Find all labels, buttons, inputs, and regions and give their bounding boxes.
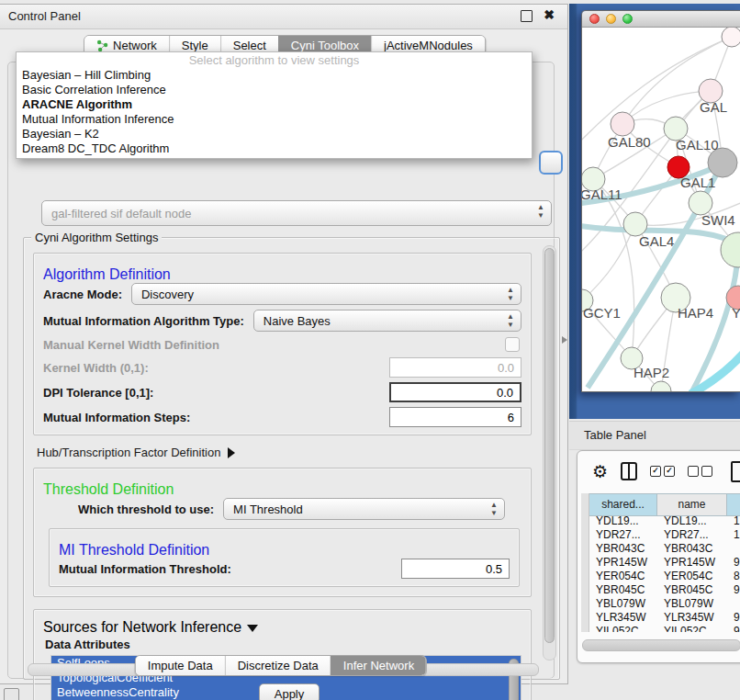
network-selector-combo[interactable]: gal-filtered sif default node ▲▼: [41, 200, 552, 226]
manual-kernel-row: Manual Kernel Width Definition: [43, 336, 521, 353]
node-label: GAL4: [639, 233, 674, 249]
settings-gear-icon[interactable]: ⚙: [592, 463, 608, 480]
zoom-traffic-light-icon[interactable]: [622, 14, 633, 24]
mi-threshold-field[interactable]: [401, 559, 510, 579]
which-threshold-row: Which threshold to use: MI Threshold ▲▼: [43, 498, 521, 520]
dpi-tolerance-row: DPI Tolerance [0,1]:: [43, 382, 521, 402]
deselect-all-icon[interactable]: [688, 466, 712, 477]
tab-infer-network-label: Infer Network: [343, 659, 414, 672]
node-label: GAL10: [676, 137, 719, 152]
network-window-titlebar[interactable]: [582, 11, 740, 28]
dpi-tolerance-label: DPI Tolerance [0,1]:: [43, 386, 153, 400]
combo-arrows-icon: ▲▼: [490, 501, 498, 517]
node-label: SWI4: [701, 212, 735, 228]
dropdown-item[interactable]: Bayesian – Hill Climbing: [17, 68, 532, 83]
dropdown-item[interactable]: Bayesian – K2: [17, 127, 532, 141]
kernel-width-field[interactable]: [389, 357, 521, 378]
column-header-partial[interactable]: A: [727, 493, 740, 516]
table-row[interactable]: YBR045CYBR045C9.: [581, 583, 740, 597]
network-canvas[interactable]: GAL GAL80 GAL10 GAL1 GAL11 SWI4 GAL4 GCY…: [582, 28, 740, 391]
combo-arrows-icon: ▲▼: [507, 312, 514, 329]
minimized-panel-icon[interactable]: [4, 688, 19, 700]
dropdown-item[interactable]: Basic Correlation Inference: [17, 83, 532, 97]
dpi-tolerance-field[interactable]: [389, 382, 521, 402]
tab-impute-data[interactable]: Impute Data: [136, 656, 225, 675]
node-label: HAP2: [633, 365, 669, 380]
dropdown-hint: Select algorithm to view settings: [17, 52, 532, 68]
row-gutter: [581, 493, 589, 516]
data-attributes-label: Data Attributes: [45, 638, 521, 651]
sources-group-title[interactable]: Sources for Network Inference: [43, 619, 258, 635]
table-row[interactable]: YER054CYER054C8.: [581, 570, 740, 583]
table-toolbar: ⚙ ✓✓: [577, 451, 740, 491]
apply-button[interactable]: Apply: [259, 683, 320, 700]
select-all-icon[interactable]: ✓✓: [650, 466, 675, 477]
manual-kernel-checkbox[interactable]: [505, 337, 520, 352]
column-header-shared[interactable]: shared...: [589, 493, 657, 516]
dropdown-item-selected[interactable]: ARACNE Algorithm: [17, 97, 532, 112]
node-label: GAL11: [582, 186, 622, 202]
mi-threshold-label: Mutual Information Threshold:: [59, 562, 231, 576]
dropdown-item[interactable]: Dream8 DC_TDC Algorithm: [17, 141, 532, 156]
dropdown-item[interactable]: Mutual Information Inference: [17, 112, 532, 127]
table-row[interactable]: YBL079WYBL079W: [581, 597, 740, 611]
float-window-icon[interactable]: [521, 10, 533, 22]
node-table[interactable]: shared... name A YDL19...YDL19...13 YDR2…: [581, 493, 740, 642]
combo-arrows-icon: ▲▼: [537, 203, 544, 220]
table-row[interactable]: YDR27...YDR27...12: [581, 528, 740, 542]
algorithm-combo-focus-fragment[interactable]: [539, 151, 563, 175]
tab-discretize-data-label: Discretize Data: [238, 659, 319, 672]
threshold-definition-group: Threshold Definition Which threshold to …: [33, 468, 532, 597]
table-row[interactable]: YPR145WYPR145W9.: [581, 556, 740, 570]
mi-steps-field[interactable]: [389, 407, 521, 427]
control-panel-titlebar: Control Panel ✖: [0, 5, 567, 29]
node-label: Y: [732, 305, 740, 321]
which-threshold-combo[interactable]: MI Threshold ▲▼: [223, 498, 505, 520]
aracne-mode-label: Aracne Mode:: [43, 288, 122, 301]
mi-steps-row: Mutual Information Steps:: [43, 407, 521, 427]
table-horizontal-scrollbar[interactable]: [582, 639, 740, 651]
mi-algorithm-type-combo[interactable]: Naive Bayes ▲▼: [253, 310, 521, 332]
node: [651, 381, 671, 391]
tab-network-label: Network: [113, 39, 157, 52]
table-row[interactable]: YDL19...YDL19...13: [581, 514, 740, 528]
node-label: GAL: [700, 99, 727, 115]
network-view-window: GAL GAL80 GAL10 GAL1 GAL11 SWI4 GAL4 GCY…: [581, 10, 740, 392]
mi-threshold-row: Mutual Information Threshold:: [59, 559, 510, 579]
node: [722, 28, 740, 47]
table-export-icon[interactable]: [731, 461, 740, 482]
table-panel-titlebar: Table Panel: [569, 421, 740, 450]
mi-algorithm-type-row: Mutual Information Algorithm Type: Naive…: [43, 310, 521, 332]
close-traffic-light-icon[interactable]: [589, 14, 600, 24]
hub-definition-expander[interactable]: Hub/Transcription Factor Definition: [37, 446, 532, 459]
settings-vertical-scrollbar[interactable]: [543, 245, 556, 660]
cyni-bottom-tabs: Impute Data Discretize Data Infer Networ…: [135, 655, 427, 676]
minimize-traffic-light-icon[interactable]: [606, 14, 616, 24]
close-icon[interactable]: ✖: [544, 7, 555, 22]
screen: Control Panel ✖ Network Style Select Cyn…: [0, 0, 740, 700]
tab-cyni-toolbox-label: Cyni Toolbox: [291, 39, 359, 52]
network-selector-value: gal-filtered sif default node: [51, 207, 191, 220]
algorithm-definition-title: Algorithm Definition: [43, 266, 171, 282]
network-graph: GAL GAL80 GAL10 GAL1 GAL11 SWI4 GAL4 GCY…: [582, 28, 740, 391]
tab-infer-network[interactable]: Infer Network: [331, 656, 426, 675]
column-header-name[interactable]: name: [657, 493, 727, 516]
kernel-width-row: Kernel Width (0,1):: [43, 357, 521, 378]
table-row[interactable]: YBR043CYBR043C: [581, 542, 740, 556]
node-label: HAP4: [678, 305, 713, 321]
table-panel-title: Table Panel: [584, 428, 646, 442]
collapse-down-icon: [247, 625, 258, 632]
table-header-row: shared... name A: [581, 493, 740, 514]
aracne-mode-combo[interactable]: Discovery ▲▼: [131, 283, 521, 305]
panel-divider-arrow-icon[interactable]: [562, 336, 567, 344]
algorithm-dropdown-list: Select algorithm to view settings Bayesi…: [16, 51, 533, 159]
table-row[interactable]: YLR345WYLR345W9.: [581, 611, 740, 625]
column-selector-icon[interactable]: [621, 462, 637, 480]
which-threshold-label: Which threshold to use:: [78, 502, 214, 516]
aracne-mode-row: Aracne Mode: Discovery ▲▼: [43, 283, 521, 305]
network-icon: [96, 40, 108, 51]
aracne-mode-value: Discovery: [141, 288, 194, 301]
table-row[interactable]: YIL052CYIL052C9: [581, 625, 740, 632]
tab-discretize-data[interactable]: Discretize Data: [225, 656, 331, 675]
node-label: GAL1: [680, 175, 715, 190]
